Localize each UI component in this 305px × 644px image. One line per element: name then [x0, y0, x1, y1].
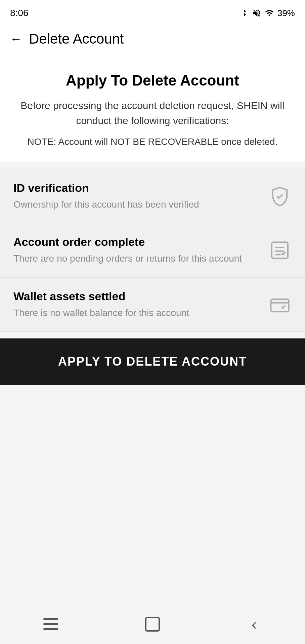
wifi-icon	[265, 8, 274, 18]
shield-check-icon	[268, 184, 292, 208]
verification-list: ID verification Ownership for this accou…	[0, 169, 305, 332]
page-title: Delete Account	[29, 31, 124, 47]
wallet-settled-item[interactable]: Wallet assets settled There is no wallet…	[0, 278, 305, 332]
hamburger-icon	[43, 618, 58, 630]
back-nav-button[interactable]: ‹	[241, 614, 268, 634]
status-bar: 8:06 39%	[0, 0, 305, 24]
wallet-settled-desc: There is no wallet balance for this acco…	[13, 306, 261, 319]
back-nav-icon: ‹	[252, 616, 257, 632]
svg-rect-4	[271, 299, 289, 312]
header-section: Apply To Delete Account Before processin…	[0, 54, 305, 162]
order-complete-text: Account order complete There are no pend…	[13, 235, 261, 265]
status-icons: 39%	[239, 8, 295, 18]
order-complete-desc: There are no pending orders or returns f…	[13, 252, 261, 265]
main-content: Apply To Delete Account Before processin…	[0, 54, 305, 604]
bluetooth-icon	[239, 8, 249, 18]
order-complete-item[interactable]: Account order complete There are no pend…	[0, 223, 305, 277]
checklist-icon	[268, 238, 292, 262]
apply-subtitle: Before processing the account deletion r…	[13, 98, 292, 128]
note-text: NOTE: Account will NOT BE RECOVERABLE on…	[13, 135, 292, 149]
id-verification-item[interactable]: ID verification Ownership for this accou…	[0, 169, 305, 223]
id-verification-title: ID verification	[13, 181, 261, 195]
back-button[interactable]: ←	[10, 33, 22, 45]
wallet-settled-title: Wallet assets settled	[13, 290, 261, 303]
wallet-settled-text: Wallet assets settled There is no wallet…	[13, 290, 261, 319]
status-time: 8:06	[10, 8, 29, 18]
id-verification-text: ID verification Ownership for this accou…	[13, 181, 261, 211]
apply-delete-button[interactable]: APPLY TO DELETE ACCOUNT	[0, 338, 305, 385]
home-nav-button[interactable]	[139, 614, 166, 634]
bottom-nav: ‹	[0, 604, 305, 644]
wallet-check-icon	[268, 293, 292, 316]
order-complete-title: Account order complete	[13, 235, 261, 249]
mute-icon	[252, 8, 261, 18]
top-nav: ← Delete Account	[0, 24, 305, 54]
svg-rect-0	[272, 242, 288, 258]
apply-title: Apply To Delete Account	[13, 71, 292, 90]
battery-level: 39%	[277, 8, 295, 18]
id-verification-desc: Ownership for this account has been veri…	[13, 198, 261, 211]
menu-nav-button[interactable]	[37, 614, 64, 634]
content-spacer	[0, 385, 305, 593]
home-icon	[145, 617, 160, 632]
